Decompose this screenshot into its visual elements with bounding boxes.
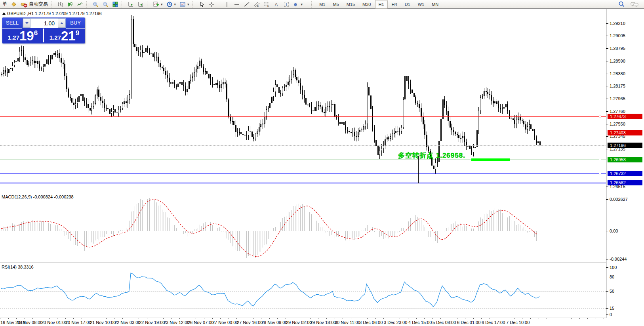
macd-histogram-bar <box>5 229 6 231</box>
line-handle[interactable] <box>599 132 601 134</box>
candle <box>140 50 141 52</box>
indicators-button[interactable]: ▾ <box>151 0 164 9</box>
macd-histogram-bar <box>45 223 45 231</box>
search-button[interactable] <box>617 0 627 9</box>
vertical-line-object[interactable] <box>418 156 419 183</box>
horizontal-line-1.27673[interactable] <box>0 116 606 117</box>
timeframe-m5-button[interactable]: M5 <box>329 0 342 9</box>
sell-price-display[interactable]: 1.27196 <box>2 29 43 42</box>
candle <box>314 107 316 111</box>
sell-button[interactable]: SELL <box>2 18 22 29</box>
pivot-highlight-bar[interactable] <box>471 158 510 161</box>
tile-windows-button[interactable] <box>111 0 120 9</box>
templates-button[interactable]: ▾ <box>178 0 191 9</box>
horizontal-line-1.26732[interactable] <box>0 173 606 174</box>
line-handle[interactable] <box>599 159 601 161</box>
trendline-button[interactable] <box>242 0 252 9</box>
macd-histogram-bar <box>171 220 171 231</box>
new-order-button[interactable]: 单 <box>1 0 9 9</box>
macd-tick-label: 0.00 <box>610 229 618 233</box>
text-label-button[interactable]: T <box>282 0 291 9</box>
timeframe-d1-button[interactable]: D1 <box>401 0 414 9</box>
time-axis[interactable]: 16 Nov 201819 Nov 08:0020 Nov 01:0020 No… <box>0 318 644 326</box>
macd-histogram-bar <box>414 218 414 231</box>
macd-histogram-bar <box>173 225 173 231</box>
timeframe-w1-button[interactable]: W1 <box>414 0 428 9</box>
timeframe-m30-button[interactable]: M30 <box>359 0 374 9</box>
macd-histogram-bar <box>23 221 24 231</box>
timeframe-mn-button[interactable]: MN <box>428 0 442 9</box>
candle <box>30 60 31 63</box>
candle <box>19 51 20 58</box>
horizontal-line-1.26958[interactable] <box>0 160 606 160</box>
periods-button[interactable]: ▾ <box>165 0 178 9</box>
auto-scroll-icon <box>128 1 134 8</box>
macd-histogram-bar <box>292 210 292 231</box>
candle <box>244 135 246 135</box>
macd-histogram-bar <box>41 221 42 231</box>
pane-splitter-rsi[interactable] <box>0 263 606 264</box>
line-chart-type-button[interactable] <box>75 0 85 9</box>
candle <box>480 97 481 111</box>
macd-histogram-bar <box>19 224 20 231</box>
chart-shift-button[interactable] <box>136 0 145 9</box>
arrows-button[interactable]: ▾ <box>292 0 305 9</box>
cursor-button[interactable] <box>197 0 206 9</box>
crosshair-button[interactable] <box>207 0 216 9</box>
macd-histogram-bar <box>345 231 346 240</box>
zoom-out-button[interactable] <box>101 0 110 9</box>
candle <box>298 80 299 83</box>
macd-histogram-bar <box>265 231 265 245</box>
macd-histogram-bar <box>126 228 126 231</box>
pivot-annotation-text[interactable]: 多空转折点 1.26958. <box>398 151 465 160</box>
volume-increase-button[interactable] <box>58 19 65 28</box>
sell-price-prefix: 1.27 <box>8 34 19 41</box>
timeframe-h4-button[interactable]: H4 <box>388 0 401 9</box>
line-handle[interactable] <box>599 116 601 118</box>
candle <box>185 86 186 92</box>
macd-tick-label: 0.002627 <box>610 197 628 202</box>
price-tick <box>606 111 608 112</box>
time-tick <box>506 318 506 319</box>
zoom-in-button[interactable] <box>91 0 100 9</box>
macd-histogram-bar <box>203 223 204 231</box>
buy-price-display[interactable]: 1.27219 <box>44 29 85 42</box>
equidistant-channel-button[interactable]: E <box>252 0 261 9</box>
market-watch-icon[interactable] <box>9 0 19 9</box>
line-handle[interactable] <box>599 173 601 175</box>
macd-histogram-bar <box>255 231 256 258</box>
candle <box>532 129 533 131</box>
timeframe-m15-button[interactable]: M15 <box>343 0 358 9</box>
volume-input[interactable] <box>30 19 58 28</box>
fibonacci-button[interactable]: F <box>262 0 271 9</box>
price-axis[interactable]: 1.292101.290051.287951.285901.283801.281… <box>606 9 644 326</box>
timeframe-h1-button[interactable]: H1 <box>375 0 388 9</box>
autotrading-button[interactable]: 自动交易 <box>19 0 50 9</box>
volume-decrease-button[interactable] <box>23 19 30 28</box>
timeframe-m1-button[interactable]: M1 <box>316 0 329 9</box>
horizontal-line-1.27196[interactable] <box>0 145 606 146</box>
chart-window[interactable]: GBPUSD-,H1 1.27179 1.27209 1.27179 1.271… <box>0 9 644 326</box>
macd-histogram-bar <box>209 222 209 231</box>
macd-histogram-bar <box>216 227 216 231</box>
time-label: 5 Dec 08:00 <box>433 320 456 325</box>
auto-scroll-button[interactable] <box>126 0 135 9</box>
horizontal-line-1.26582[interactable] <box>0 183 606 183</box>
pane-splitter-macd[interactable] <box>0 192 606 193</box>
macd-histogram-bar <box>124 231 124 231</box>
comments-button[interactable] <box>629 0 640 9</box>
macd-histogram-bar <box>133 211 133 231</box>
time-tick <box>335 318 335 319</box>
horizontal-line-button[interactable] <box>232 0 242 9</box>
text-icon: A <box>273 1 280 8</box>
macd-histogram-bar <box>430 231 431 237</box>
time-tick <box>587 318 588 319</box>
buy-button[interactable]: BUY <box>66 18 85 29</box>
time-tick <box>579 318 580 319</box>
bar-chart-type-button[interactable] <box>55 0 65 9</box>
vertical-line-button[interactable] <box>222 0 232 9</box>
text-button[interactable]: A <box>272 0 281 9</box>
chart-plot[interactable]: GBPUSD-,H1 1.27179 1.27209 1.27179 1.271… <box>0 9 606 326</box>
candlestick-type-button[interactable] <box>65 0 75 9</box>
horizontal-line-1.27403[interactable] <box>0 133 606 133</box>
